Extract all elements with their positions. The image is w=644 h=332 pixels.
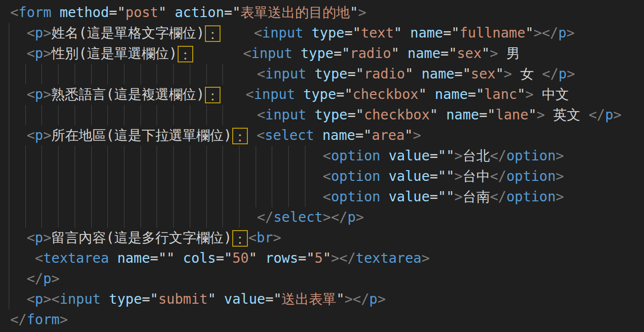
code-token: form	[19, 4, 51, 20]
code-token	[413, 66, 422, 82]
code-token: option	[331, 168, 380, 184]
code-token: p	[558, 25, 566, 41]
code-token: "	[430, 107, 438, 123]
code-line[interactable]: <p>熟悉語言(這是複選欄位)： <input type="checkbox" …	[0, 84, 644, 105]
code-token: cols	[183, 250, 216, 266]
indent-guide	[9, 125, 9, 146]
code-token: </	[589, 107, 605, 123]
unicode-highlight-colon: ：	[205, 25, 221, 42]
code-token: "	[496, 66, 504, 82]
code-token: 留言內容(這是多行文字欄位)	[51, 230, 232, 246]
code-token: br	[257, 230, 273, 246]
code-token: input	[262, 25, 303, 41]
code-line[interactable]: <textarea name="" cols="50" rows="5"></t…	[0, 248, 644, 269]
code-token: 50	[232, 250, 249, 266]
code-token: >	[43, 45, 51, 61]
code-line[interactable]: <p>所在地區(這是下拉選單欄位)： <select name="area">	[0, 125, 644, 146]
code-token: p	[35, 25, 43, 41]
code-token	[101, 291, 109, 307]
code-line-text: <option value="">台中</option>	[10, 168, 564, 184]
code-token: name	[322, 127, 355, 143]
code-line-text: <p>性別(這是單選欄位)： <input type="radio" name=…	[10, 45, 520, 61]
code-line-text: <p>留言內容(這是多行文字欄位)：<br>	[10, 230, 281, 246]
code-token	[400, 45, 408, 61]
code-line[interactable]: <input type="checkbox" name="lane"> 英文 <…	[0, 105, 644, 125]
code-token: <	[27, 230, 35, 246]
code-token: 所在地區(這是下拉選單欄位)	[51, 127, 232, 143]
code-token: p	[559, 66, 567, 82]
code-line[interactable]: <option value="">台南</option>	[0, 187, 644, 207]
code-token: >	[43, 127, 51, 143]
code-token	[216, 291, 224, 307]
code-token: option	[331, 189, 380, 205]
code-token: >	[331, 250, 340, 266]
code-token: p	[35, 127, 43, 143]
code-line[interactable]: <input type="radio" name="sex"> 女 </p>	[0, 64, 644, 84]
code-line[interactable]: <option value="">台北</option>	[0, 146, 644, 166]
code-token	[194, 45, 243, 61]
code-token: post	[125, 4, 158, 20]
code-token: "	[517, 86, 525, 102]
code-token: </	[339, 250, 356, 266]
code-token	[10, 148, 323, 164]
code-line[interactable]: <option value="">台中</option>	[0, 166, 644, 187]
code-token: textarea	[356, 250, 422, 266]
code-editor[interactable]: <form method="post" action="表單送出的目的地"> <…	[0, 0, 644, 332]
code-line-text: <form method="post" action="表單送出的目的地">	[10, 4, 366, 20]
code-token: "	[404, 127, 413, 143]
code-line[interactable]: <p><input type="submit" value="送出表單"></p…	[0, 289, 644, 310]
code-line[interactable]: </form>	[0, 310, 644, 330]
code-token: >	[422, 250, 430, 266]
editor-root: { "editor": { "colors": { "background": …	[0, 0, 644, 332]
code-token: radio	[350, 45, 391, 61]
code-token: p	[369, 291, 378, 307]
code-token: type	[303, 86, 336, 102]
indent-guide	[9, 23, 9, 43]
code-token	[306, 66, 315, 82]
code-token: ="	[142, 291, 159, 307]
code-token: value	[388, 168, 429, 184]
code-token: method	[60, 4, 109, 20]
code-token: >	[356, 209, 364, 225]
code-token: input	[265, 66, 306, 82]
indent-guide	[9, 84, 9, 105]
code-token	[10, 271, 27, 287]
code-token: option	[506, 168, 556, 184]
code-token: <	[323, 189, 331, 205]
code-token: p	[43, 271, 51, 287]
code-line[interactable]: </p>	[0, 269, 644, 289]
code-line[interactable]: <p>姓名(這是單格文字欄位)： <input type="text" name…	[0, 23, 644, 43]
code-token: "	[208, 291, 216, 307]
code-token: <	[35, 250, 43, 266]
indent-guide	[9, 289, 9, 310]
code-token: >	[525, 86, 534, 102]
code-token: >	[566, 25, 575, 41]
code-token: ="	[454, 66, 471, 82]
code-line[interactable]: <p>性別(這是單選欄位)： <input type="radio" name=…	[0, 43, 644, 64]
code-token: >	[43, 230, 51, 246]
code-token: =""	[150, 250, 175, 266]
code-token: =""	[430, 168, 455, 184]
code-line[interactable]: <form method="post" action="表單送出的目的地">	[0, 2, 644, 23]
code-token: "	[158, 4, 166, 20]
code-line[interactable]: <p>留言內容(這是多行文字欄位)：<br>	[0, 228, 644, 248]
code-token: ="	[479, 107, 496, 123]
code-area: <form method="post" action="表單送出的目的地"> <…	[0, 2, 644, 330]
code-token	[221, 25, 254, 41]
code-line-text: </select></p>	[10, 209, 364, 225]
code-line-text: <textarea name="" cols="50" rows="5"></t…	[10, 250, 430, 266]
indent-guide	[9, 248, 9, 269]
code-token: 台中	[463, 168, 490, 184]
code-token	[426, 86, 435, 102]
code-token: >	[537, 107, 545, 123]
code-token: input	[254, 86, 295, 102]
code-line[interactable]: </select></p>	[0, 207, 644, 228]
code-token	[438, 107, 446, 123]
code-line-text: <option value="">台南</option>	[10, 189, 564, 205]
code-token: <	[27, 45, 35, 61]
code-token: name	[422, 66, 454, 82]
code-token: <	[27, 25, 35, 41]
code-line-text: <p><input type="submit" value="送出表單"></p…	[10, 291, 386, 307]
code-token: select	[273, 209, 322, 225]
code-token: =""	[430, 189, 455, 205]
